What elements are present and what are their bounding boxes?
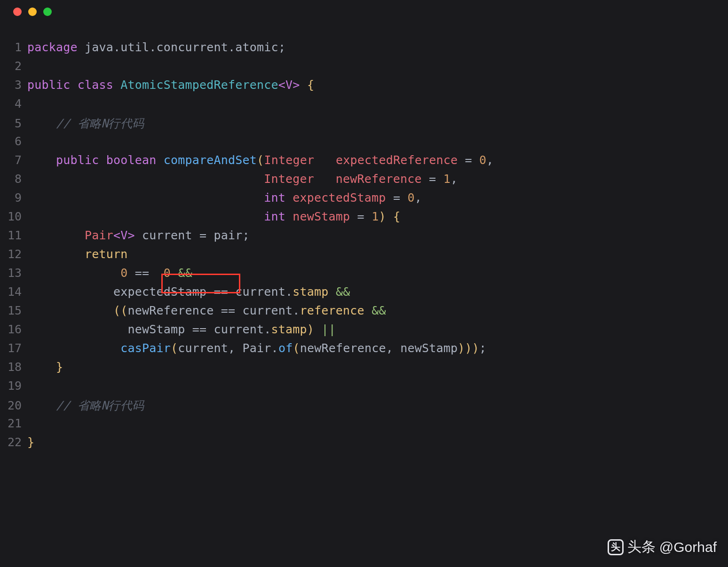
- token-type: Integer: [264, 153, 314, 167]
- token-num: 0: [120, 266, 127, 280]
- code-content: int expectedStamp = 0,: [27, 191, 422, 205]
- token-comment: // 省略N行代码: [56, 117, 144, 130]
- token-call: casPair: [120, 341, 171, 355]
- token-prop: stamp: [293, 285, 328, 299]
- code-line[interactable]: 21: [0, 417, 728, 435]
- token-plain: newReference: [300, 341, 386, 355]
- token-kw: int: [264, 191, 285, 205]
- token-logic: &&: [178, 266, 192, 280]
- token-plain: [386, 191, 393, 205]
- token-plain: current: [135, 228, 199, 242]
- code-line[interactable]: 16 newStamp == current.stamp) ||: [0, 323, 728, 341]
- token-prop: reference: [300, 304, 364, 317]
- watermark-brand: 头条: [627, 537, 656, 557]
- code-content: public boolean compareAndSet(Integer exp…: [27, 153, 494, 167]
- zoom-icon[interactable]: [43, 8, 52, 16]
- token-op: .: [293, 304, 300, 317]
- token-plain: expectedStamp: [27, 285, 214, 299]
- code-line[interactable]: 1package java.util.concurrent.atomic;: [0, 40, 728, 59]
- token-plain: [314, 153, 336, 167]
- line-number: 21: [0, 417, 27, 430]
- code-line[interactable]: 12 return: [0, 247, 728, 266]
- token-plain: [27, 210, 264, 223]
- line-number: 3: [0, 78, 27, 92]
- token-plain: [27, 172, 264, 186]
- token-plain: [350, 210, 357, 223]
- code-content: ((newReference == current.reference &&: [27, 304, 386, 317]
- token-plain: [27, 228, 85, 242]
- token-plain: newStamp: [27, 323, 192, 336]
- code-line[interactable]: 10 int newStamp = 1) {: [0, 210, 728, 228]
- code-line[interactable]: 22}: [0, 435, 728, 454]
- token-call: of: [278, 341, 293, 355]
- watermark-handle: @Gorhaf: [659, 539, 717, 555]
- token-plain: [157, 153, 164, 167]
- token-logic: ||: [321, 323, 336, 336]
- token-plain: [364, 304, 372, 317]
- token-op: ==: [192, 323, 207, 336]
- code-editor[interactable]: 1package java.util.concurrent.atomic;23p…: [0, 24, 728, 454]
- code-line[interactable]: 18 }: [0, 360, 728, 379]
- code-line[interactable]: 17 casPair(current, Pair.of(newReference…: [0, 341, 728, 360]
- code-line[interactable]: 11 Pair<V> current = pair;: [0, 228, 728, 247]
- token-kw: package: [27, 40, 78, 54]
- token-plain: Pair: [235, 341, 271, 355]
- token-plain: [422, 172, 429, 186]
- line-number: 20: [0, 399, 27, 412]
- token-type: Pair: [85, 228, 113, 242]
- token-plain: java: [78, 40, 113, 54]
- token-plain: current: [178, 341, 228, 355]
- token-op: ,: [451, 172, 458, 186]
- token-param: expectedReference: [336, 153, 458, 167]
- line-number: 1: [0, 40, 27, 54]
- token-param: newReference: [336, 172, 422, 186]
- token-prop: (: [257, 153, 264, 167]
- token-op: .: [149, 40, 156, 54]
- code-line[interactable]: 5 // 省略N行代码: [0, 116, 728, 134]
- token-param: newStamp: [293, 210, 350, 223]
- token-op: .: [285, 285, 293, 299]
- code-line[interactable]: 14 expectedStamp == current.stamp &&: [0, 285, 728, 304]
- code-line[interactable]: 6: [0, 134, 728, 153]
- token-op: =: [465, 153, 472, 167]
- token-op: .: [113, 40, 120, 54]
- code-content: public class AtomicStampedReference<V> {: [27, 78, 314, 92]
- token-logic: &&: [336, 285, 350, 299]
- token-num: 0: [479, 153, 486, 167]
- line-number: 5: [0, 117, 27, 130]
- code-line[interactable]: 3public class AtomicStampedReference<V> …: [0, 78, 728, 97]
- code-line[interactable]: 2: [0, 59, 728, 78]
- token-op: ;: [278, 40, 285, 54]
- code-content: newStamp == current.stamp) ||: [27, 323, 336, 336]
- token-op: ,: [415, 191, 422, 205]
- token-op: =: [429, 172, 436, 186]
- token-op: .: [264, 323, 271, 336]
- code-line[interactable]: 8 Integer newReference = 1,: [0, 172, 728, 191]
- code-line[interactable]: 20 // 省略N行代码: [0, 398, 728, 417]
- token-method: compareAndSet: [164, 153, 257, 167]
- token-plain: [27, 360, 56, 374]
- line-number: 8: [0, 172, 27, 186]
- token-plain: [314, 172, 336, 186]
- code-line[interactable]: 4: [0, 97, 728, 116]
- line-number: 6: [0, 134, 27, 148]
- token-plain: newReference: [128, 304, 221, 317]
- token-plain: atomic: [235, 40, 278, 54]
- token-op: =: [393, 191, 400, 205]
- token-op: ;: [243, 228, 250, 242]
- code-line[interactable]: 15 ((newReference == current.reference &…: [0, 304, 728, 323]
- token-generic: <V>: [278, 78, 300, 92]
- token-plain: [149, 266, 164, 280]
- token-plain: [300, 78, 307, 92]
- titlebar: [0, 0, 728, 24]
- code-line[interactable]: 13 0 == 0 &&: [0, 266, 728, 285]
- watermark-icon: 头: [608, 539, 624, 555]
- close-icon[interactable]: [13, 8, 22, 16]
- token-plain: [364, 210, 372, 223]
- minimize-icon[interactable]: [28, 8, 37, 16]
- code-line[interactable]: 19: [0, 379, 728, 398]
- token-plain: [27, 117, 56, 130]
- code-line[interactable]: 9 int expectedStamp = 0,: [0, 191, 728, 210]
- code-line[interactable]: 7 public boolean compareAndSet(Integer e…: [0, 153, 728, 172]
- code-content: package java.util.concurrent.atomic;: [27, 40, 285, 54]
